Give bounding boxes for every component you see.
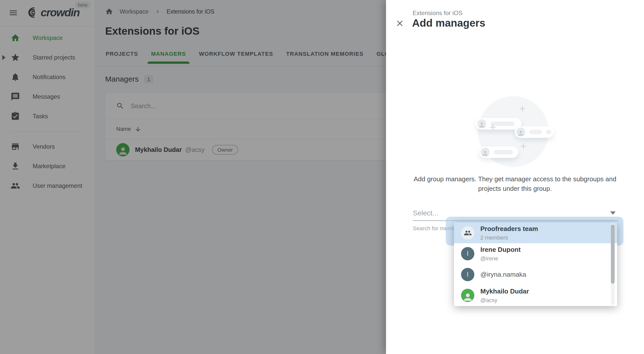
- select-placeholder: Select...: [413, 209, 438, 217]
- letter-avatar: I: [461, 247, 474, 260]
- add-managers-modal: Extensions for iOS Add managers + + + Ad: [386, 0, 644, 354]
- placeholder-bar: [494, 150, 513, 154]
- person-icon: [516, 128, 525, 137]
- close-icon[interactable]: [395, 19, 405, 28]
- add-managers-illustration: + + +: [478, 96, 549, 167]
- person-icon: [477, 119, 486, 128]
- dropdown-item-proofreaders-team[interactable]: Proofreaders team 2 members: [454, 222, 617, 243]
- letter-avatar: I: [461, 268, 474, 281]
- crowdin-workspace-page: crowdin beta Workspace Starred projects …: [0, 0, 644, 354]
- dropdown-item-irene-dupont[interactable]: I Irene Dupont @irene: [454, 243, 617, 264]
- dropdown-item-title: Irene Dupont: [480, 246, 521, 254]
- dropdown-item-title: Proofreaders team: [480, 225, 538, 233]
- plus-icon: +: [520, 140, 527, 152]
- avatar: [461, 289, 474, 302]
- modal-title: Add managers: [412, 17, 485, 29]
- dropdown-item-subtitle: @acsy: [480, 297, 529, 304]
- dropdown-item-iryna-namaka[interactable]: I @iryna.namaka: [454, 264, 617, 285]
- illustration-pill: [476, 118, 522, 130]
- plus-icon: +: [489, 121, 496, 133]
- modal-description: Add group managers. They get manager acc…: [412, 174, 618, 193]
- dropdown-scrollbar: [611, 223, 615, 305]
- illustration-pill: [479, 146, 518, 158]
- team-icon: [461, 226, 474, 240]
- placeholder-bar: [546, 130, 551, 134]
- modal-context-label: Extensions for iOS: [413, 10, 463, 17]
- dropdown-item-mykhailo-dudar[interactable]: Mykhailo Dudar @acsy: [454, 285, 617, 306]
- person-icon: [481, 148, 490, 157]
- dropdown-item-title: Mykhailo Dudar: [480, 287, 529, 295]
- placeholder-bar: [529, 130, 542, 134]
- members-dropdown: Proofreaders team 2 members I Irene Dupo…: [454, 222, 617, 306]
- illustration-pill: [515, 126, 554, 138]
- dropdown-item-subtitle: 2 members: [480, 234, 538, 241]
- caret-down-icon[interactable]: [610, 211, 616, 215]
- dropdown-scrollbar-thumb[interactable]: [611, 224, 615, 284]
- dropdown-item-title: @iryna.namaka: [480, 271, 526, 278]
- dropdown-item-subtitle: @irene: [480, 255, 521, 262]
- plus-icon: +: [519, 103, 526, 114]
